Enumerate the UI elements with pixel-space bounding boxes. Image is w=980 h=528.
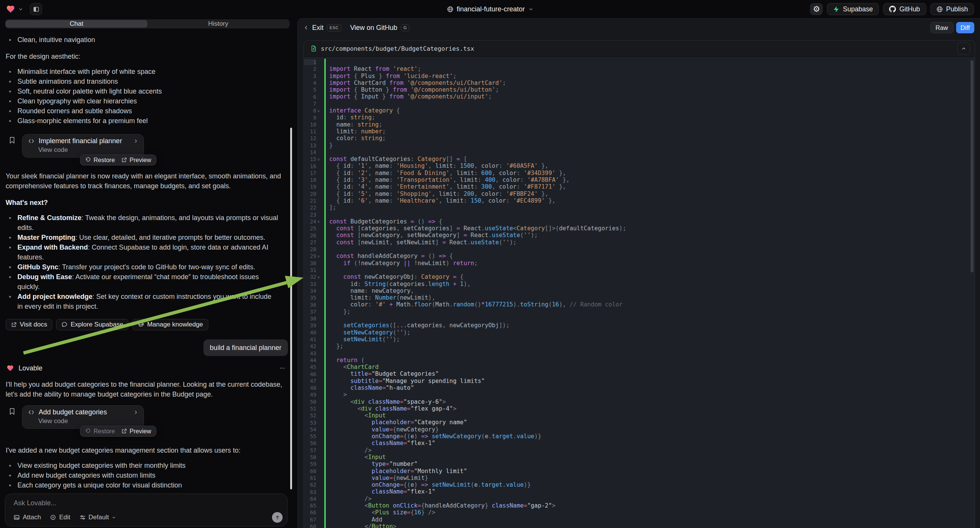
line-number: 48 [304, 385, 316, 391]
code-icon [28, 409, 35, 415]
restore-button[interactable]: Restore [85, 157, 115, 164]
line-number: 40 [304, 329, 316, 336]
fold-marker [316, 131, 321, 132]
diff-toggle-button[interactable]: Diff [956, 22, 974, 33]
assistant-name: Lovable [19, 364, 279, 372]
github-button[interactable]: GitHub [883, 3, 926, 15]
code-editor[interactable]: 12import React from 'react';3import { Pl… [304, 57, 975, 528]
code-text: import React from 'react'; [326, 65, 421, 72]
preview-button[interactable]: Preview [121, 428, 151, 435]
code-text: subtitle="Manage your spending limits" [326, 378, 485, 385]
action-button-explore-supabase[interactable]: Explore Supabase [56, 319, 129, 330]
preview-label: Preview [130, 428, 151, 435]
message-menu-icon[interactable] [279, 365, 286, 371]
code-line: 57 /> [304, 447, 975, 454]
view-on-github-button[interactable]: View on GitHub G [350, 24, 409, 32]
composer[interactable]: Ask Lovable... Attach Edit Default [5, 493, 288, 526]
code-text: <Button onClick={handleAddCategory} clas… [326, 502, 555, 509]
code-line: 8∨interface Category { [304, 107, 975, 114]
view-code-link[interactable]: View code [38, 146, 138, 154]
globe-icon [447, 6, 453, 13]
view-code-link[interactable]: View code [38, 417, 138, 425]
fold-marker [316, 173, 321, 173]
lovable-logo-icon[interactable] [6, 5, 15, 14]
code-text: limit: number; [326, 128, 386, 135]
version-card-header: Add budget categories [28, 408, 138, 416]
chat-scrollbar[interactable] [290, 128, 292, 489]
action-button-visit-docs[interactable]: Visit docs [6, 319, 52, 330]
line-number: 36 [304, 302, 316, 308]
list-item-text: Minimalist interface with plenty of whit… [18, 68, 155, 75]
tab-history[interactable]: History [147, 20, 289, 28]
code-line: 16 { id: '1', name: 'Housing', limit: 15… [304, 162, 975, 169]
bullet-dot-icon [9, 71, 11, 73]
action-button-manage-knowledge[interactable]: Manage knowledge [132, 319, 208, 330]
code-file-card: src/components/budget/BudgetCategories.t… [304, 40, 975, 528]
version-card[interactable]: Add budget categoriesView code [22, 405, 144, 429]
line-number: 3 [304, 73, 316, 79]
restore-button[interactable]: Restore [85, 428, 115, 435]
code-scrollbar[interactable] [970, 60, 974, 272]
fold-marker [316, 415, 321, 416]
publish-button[interactable]: Publish [931, 3, 974, 15]
publish-globe-icon [936, 6, 943, 13]
model-select[interactable]: Default [80, 514, 116, 521]
fold-marker [316, 291, 321, 291]
code-text: { id: '5', name: 'Shopping', limit: 200,… [326, 191, 549, 197]
fold-marker [316, 186, 321, 187]
code-text: setNewCategory(''); [326, 329, 410, 336]
code-line: 52 <Input [304, 412, 975, 419]
exit-button[interactable]: Exit ESC [304, 24, 341, 32]
fold-marker[interactable]: ∨ [316, 157, 321, 161]
fold-marker [316, 401, 321, 402]
tab-chat[interactable]: Chat [6, 20, 147, 28]
fold-marker [316, 215, 321, 215]
fold-marker[interactable]: ∨ [316, 219, 321, 223]
code-line: 50 <div className="space-y-6"> [304, 398, 975, 405]
edit-button[interactable]: Edit [50, 514, 70, 521]
fold-marker [316, 526, 321, 527]
code-file-header[interactable]: src/components/budget/BudgetCategories.t… [304, 41, 975, 57]
version-card[interactable]: Implement financial plannerView code [22, 134, 144, 157]
code-line: 48 className="h-auto" [304, 385, 975, 391]
code-line: 1 [304, 59, 975, 65]
line-number: 41 [304, 336, 316, 342]
line-number: 68 [304, 523, 316, 528]
github-icon [889, 6, 896, 13]
supabase-label: Supabase [843, 5, 873, 13]
external-link-icon [121, 428, 127, 434]
fold-marker[interactable]: ∨ [316, 254, 321, 258]
chat-bubble-icon [61, 321, 67, 328]
fold-marker[interactable]: ∨ [316, 109, 321, 113]
action-button-label: Manage knowledge [147, 321, 203, 328]
composer-placeholder[interactable]: Ask Lovable... [14, 499, 282, 507]
line-number: 54 [304, 426, 316, 433]
supabase-button[interactable]: Supabase [827, 3, 879, 15]
attach-button[interactable]: Attach [14, 514, 41, 521]
settings-button[interactable]: ⚙ [810, 3, 823, 15]
line-number: 52 [304, 412, 316, 418]
bookmark-icon[interactable] [9, 407, 16, 415]
fold-marker [316, 367, 321, 367]
project-switcher[interactable]: financial-future-creator [447, 0, 533, 18]
code-workspace: Exit ESC View on GitHub G Raw Diff src/c… [298, 18, 980, 528]
code-line: 28 [304, 246, 975, 253]
raw-toggle-button[interactable]: Raw [931, 22, 953, 33]
code-line: 47 subtitle="Manage your spending limits… [304, 378, 975, 385]
sidebar-toggle-button[interactable] [30, 3, 42, 15]
fold-marker[interactable]: ∨ [316, 275, 321, 279]
code-text: > [326, 391, 347, 398]
model-label: Default [89, 514, 109, 521]
code-text: interface Category { [326, 107, 400, 114]
send-button[interactable] [272, 512, 283, 523]
bullet-dot-icon [9, 247, 11, 248]
code-line: 66 <Plus size={16} /> [304, 509, 975, 516]
code-line: 43 [304, 350, 975, 356]
preview-button[interactable]: Preview [121, 157, 151, 164]
file-path: src/components/budget/BudgetCategories.t… [321, 45, 953, 52]
code-text: placeholder="Category name" [326, 419, 467, 426]
bookmark-icon[interactable] [9, 136, 16, 144]
chevron-down-icon[interactable] [18, 7, 23, 12]
code-text: const handleAddCategory = () => { [326, 253, 453, 259]
collapse-file-button[interactable] [957, 43, 970, 54]
